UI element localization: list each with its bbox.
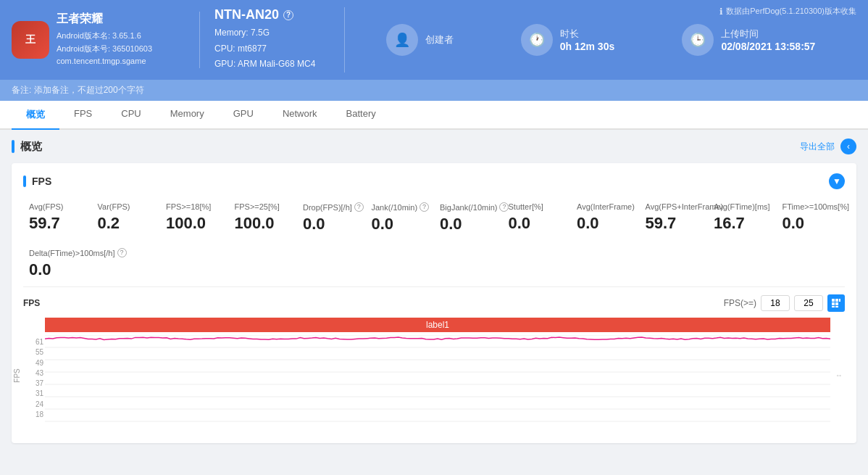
metric-label: BigJank(/10min)?	[440, 202, 509, 212]
duration-content: 时长 0h 12m 30s	[560, 28, 615, 52]
tab-network[interactable]: Network	[268, 101, 332, 130]
note-bar[interactable]: 备注: 添加备注，不超过200个字符	[0, 80, 868, 101]
metric-label: FPS>=18[%]	[166, 202, 211, 211]
app-name: 王者荣耀	[57, 12, 152, 27]
perfdog-version: ℹ 数据由PerfDog(5.1.210300)版本收集	[719, 6, 856, 17]
svg-rect-2	[839, 299, 840, 302]
metric-label: Jank(/10min)?	[372, 202, 430, 212]
main-content: 概览 导出全部 ‹ FPS ▼ Avg(FPS)59.7Var(FPS)0.2F…	[0, 130, 868, 460]
tab-memory[interactable]: Memory	[156, 101, 219, 130]
duration-stat: 🕐 时长 0h 12m 30s	[521, 24, 615, 56]
svg-rect-1	[835, 299, 838, 302]
collapse-button[interactable]: ‹	[840, 139, 856, 154]
tab-fps[interactable]: FPS	[59, 101, 107, 130]
device-info-icon[interactable]: ?	[283, 10, 293, 20]
metric-label: Avg(InterFrame)	[577, 202, 635, 211]
device-gpu: GPU: ARM Mali-G68 MC4	[214, 57, 315, 73]
tab-overview[interactable]: 概览	[12, 101, 59, 130]
metric-item: Avg(InterFrame)0.0	[571, 199, 640, 236]
metric-item: BigJank(/10min)?0.0	[434, 199, 503, 236]
metric-label: Drop(FPS)[/h]?	[303, 202, 364, 212]
metric-item: Jank(/10min)?0.0	[366, 199, 435, 236]
chart-svg-wrapper	[45, 335, 830, 433]
fps-chart-svg	[45, 335, 830, 433]
fps-section-header: FPS ▼	[23, 173, 845, 189]
app-version: Android版本名: 3.65.1.6	[57, 30, 152, 43]
scroll-hint: ↕	[835, 373, 843, 377]
metric-item: FTime>=100ms[%]0.0	[777, 199, 846, 236]
metric-item: Var(FPS)0.2	[92, 199, 161, 236]
help-icon[interactable]: ?	[420, 202, 429, 212]
grid-icon	[831, 298, 841, 308]
help-icon[interactable]: ?	[354, 202, 364, 212]
tab-bar: 概览 FPS CPU Memory GPU Network Battery	[0, 101, 868, 130]
metric-value: 0.0	[372, 215, 394, 234]
legend-label: label1	[426, 320, 449, 330]
chart-settings-button[interactable]	[827, 294, 845, 312]
metric-value: 16.7	[714, 214, 745, 233]
note-placeholder: 备注: 添加备注，不超过200个字符	[12, 85, 144, 95]
fps-section: FPS ▼ Avg(FPS)59.7Var(FPS)0.2FPS>=18[%]1…	[12, 163, 856, 443]
svg-rect-3	[832, 302, 835, 305]
history-icon: 🕒	[682, 24, 714, 56]
upload-content: 上传时间 02/08/2021 13:58:57	[721, 28, 815, 52]
metric-label: Avg(FTime)[ms]	[714, 202, 770, 211]
metric-value: 100.0	[235, 214, 275, 233]
fps-threshold-label: FPS(>=)	[724, 298, 756, 308]
fps-chart-label: FPS	[23, 298, 40, 308]
metric-item: Avg(FTime)[ms]16.7	[708, 199, 777, 236]
metric-value: 0.0	[577, 214, 599, 233]
metric-value: 100.0	[166, 214, 206, 233]
metric-value: 0.0	[303, 215, 325, 234]
app-package: com.tencent.tmgp.sgame	[57, 55, 152, 68]
metric-item: Drop(FPS)[/h]?0.0	[297, 199, 366, 236]
delta-help-icon[interactable]: ?	[117, 248, 127, 257]
metric-item: Avg(FPS)59.7	[23, 199, 92, 236]
svg-rect-4	[835, 302, 838, 305]
app-details: 王者荣耀 Android版本名: 3.65.1.6 Android版本号: 36…	[57, 12, 152, 68]
export-button[interactable]: 导出全部	[800, 141, 835, 153]
upload-label: 上传时间	[721, 28, 815, 41]
app-icon: 王	[12, 21, 49, 59]
metric-item: FPS>=25[%]100.0	[229, 199, 298, 236]
fps-threshold-18-input[interactable]	[761, 295, 790, 311]
metric-value: 0.0	[783, 214, 805, 233]
delta-value: 0.0	[29, 260, 839, 279]
section-actions: 导出全部 ‹	[800, 139, 856, 154]
duration-label: 时长	[560, 28, 615, 41]
metric-value: 0.0	[440, 215, 462, 234]
app-android-version: Android版本号: 365010603	[57, 43, 152, 56]
metrics-grid: Avg(FPS)59.7Var(FPS)0.2FPS>=18[%]100.0FP…	[23, 199, 845, 236]
svg-rect-5	[832, 306, 835, 307]
fps-threshold-25-input[interactable]	[794, 295, 823, 311]
device-info: NTN-AN20 ? Memory: 7.5G CPU: mt6877 GPU:…	[200, 7, 345, 73]
svg-rect-0	[832, 299, 835, 302]
delta-label: Delta(FTime)>100ms[/h] ?	[29, 248, 839, 257]
metric-label: Avg(FPS)	[29, 202, 63, 211]
metric-value: 0.0	[509, 214, 531, 233]
clock-icon: 🕐	[521, 24, 553, 56]
metric-item: Stutter[%]0.0	[503, 199, 572, 236]
metric-label: FTime>=100ms[%]	[783, 202, 850, 211]
app-info: 王 王者荣耀 Android版本名: 3.65.1.6 Android版本号: …	[12, 12, 200, 68]
overview-section-header: 概览 导出全部 ‹	[12, 139, 856, 154]
upload-value: 02/08/2021 13:58:57	[721, 41, 815, 52]
fps-threshold-controls: FPS(>=)	[724, 294, 845, 312]
chevron-left-icon: ‹	[847, 141, 850, 152]
metric-item: Avg(FPS+InterFrame)59.7	[640, 199, 709, 236]
svg-rect-6	[835, 306, 838, 307]
creator-label: 创建者	[425, 33, 454, 46]
chart-controls: FPS FPS(>=)	[23, 294, 845, 312]
metric-value: 59.7	[646, 214, 677, 233]
tab-gpu[interactable]: GPU	[219, 101, 268, 130]
metric-item: FPS>=18[%]100.0	[160, 199, 229, 236]
metric-label: Stutter[%]	[509, 202, 543, 211]
device-name: NTN-AN20 ?	[214, 7, 293, 22]
creator-stat: 👤 创建者	[386, 24, 454, 56]
tab-battery[interactable]: Battery	[332, 101, 391, 130]
chart-container: label1 61 55 49 43 37 31 24 18	[23, 318, 845, 433]
creator-content: 创建者	[425, 33, 454, 46]
fps-collapse-button[interactable]: ▼	[829, 173, 845, 189]
tab-cpu[interactable]: CPU	[107, 101, 155, 130]
upload-stat: 🕒 上传时间 02/08/2021 13:58:57	[682, 24, 815, 56]
